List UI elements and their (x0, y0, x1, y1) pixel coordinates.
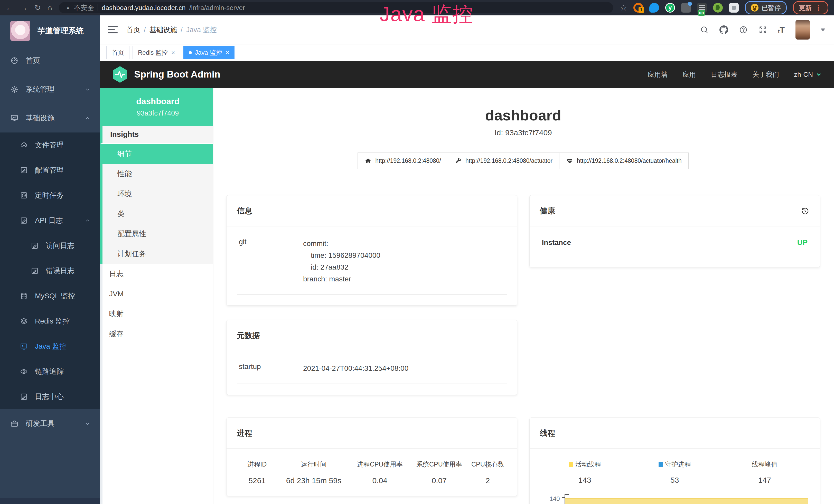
browser-update-button[interactable]: 更新 ⋮ (793, 1, 828, 15)
chevron-down-icon (84, 420, 91, 427)
breadcrumb-infrastructure[interactable]: 基础设施 (150, 25, 177, 35)
sidebar-item-label: 日志中心 (35, 392, 64, 402)
sidebar-item-java-monitor[interactable]: Java 监控 (0, 334, 100, 359)
sba-menu-details[interactable]: 细节 (103, 144, 213, 164)
browser-extensions-area: ☆ 1 y on 已暂停 更新 ⋮ (620, 1, 828, 15)
github-icon[interactable] (720, 25, 728, 34)
sba-menu-scheduled-tasks[interactable]: 计划任务 (103, 244, 213, 264)
process-header-process-cpu: 进程CPU使用率 (350, 460, 410, 468)
git-commit-line: commit: (303, 238, 380, 250)
not-secure-label: 不安全 (74, 3, 94, 12)
sidebar-item-log-center[interactable]: 日志中心 (0, 384, 100, 409)
sidebar-item-redis-monitor[interactable]: Redis 监控 (0, 308, 100, 334)
spring-boot-admin-frame: Spring Boot Admin 应用墙 应用 日志报表 关于我们 zh-CN (100, 61, 834, 504)
font-size-icon[interactable]: tT (778, 26, 785, 34)
sba-menu-jvm[interactable]: JVM (103, 284, 213, 304)
instance-health-link[interactable]: http://192.168.0.2:48080/actuator/health (559, 153, 688, 169)
tab-label: Redis 监控 (138, 48, 168, 57)
tab-paused-badge[interactable]: 已暂停 (745, 1, 787, 15)
address-bar[interactable]: ▲ 不安全 dashboard.yudao.iocoder.cn/infra/a… (59, 2, 613, 13)
instance-home-url: http://192.168.0.2:48080/ (375, 157, 441, 164)
tab-redis-monitor[interactable]: Redis 监控 × (133, 46, 180, 59)
breadcrumb-current: Java 监控 (186, 25, 217, 35)
sba-brand-title: Spring Boot Admin (134, 69, 220, 80)
metadata-startup-key: startup (239, 363, 303, 371)
sidebar-item-trace[interactable]: 链路追踪 (0, 359, 100, 384)
help-icon[interactable] (739, 25, 748, 34)
sba-menu-logs[interactable]: 日志 (103, 264, 213, 284)
sidebar-item-mysql-monitor[interactable]: MySQL 监控 (0, 283, 100, 308)
search-icon[interactable] (700, 25, 709, 34)
chevron-down-icon (84, 86, 91, 93)
breadcrumb-home[interactable]: 首页 (126, 25, 140, 35)
extension-icon-grid[interactable] (681, 3, 691, 13)
legend-live-threads-value: 143 (540, 476, 630, 484)
process-value-pid: 5261 (237, 476, 278, 485)
sba-root-menu: 日志 JVM 映射 缓存 (100, 264, 213, 504)
sidebar-item-infrastructure[interactable]: 基础设施 (0, 104, 100, 133)
sba-menu-performance[interactable]: 性能 (103, 164, 213, 184)
extensions-puzzle-icon[interactable] (729, 3, 739, 13)
fullscreen-icon[interactable] (759, 25, 767, 34)
breadcrumb-separator: / (144, 26, 146, 34)
sba-nav-applications[interactable]: 应用 (682, 70, 696, 79)
browser-back-icon[interactable]: ← (6, 4, 13, 12)
tab-java-monitor[interactable]: Java 监控 × (183, 46, 235, 59)
threads-legend: 活动线程 143 守护进程 (540, 460, 810, 484)
sba-menu-environment[interactable]: 环境 (103, 184, 213, 204)
extension-icon-switch[interactable]: on (697, 3, 707, 13)
sidebar-item-error-logs[interactable]: 错误日志 (0, 258, 100, 283)
tab-home[interactable]: 首页 (106, 46, 129, 59)
sba-insights-menu: 细节 性能 环境 类 配置属性 计划任务 (100, 144, 213, 264)
sba-language-select[interactable]: zh-CN (794, 71, 822, 78)
close-icon[interactable]: × (225, 49, 229, 56)
sidebar-item-system-management[interactable]: 系统管理 (0, 75, 100, 104)
extension-icon-orange[interactable]: 1 (633, 3, 643, 13)
instance-page-head: dashboard Id: 93a3fc7f7409 (226, 108, 820, 137)
user-avatar[interactable] (795, 20, 810, 40)
sba-menu-caches[interactable]: 缓存 (103, 324, 213, 344)
sba-menu-section-insights: Insights (100, 126, 213, 144)
log-edit-icon (31, 242, 39, 250)
browser-forward-icon[interactable]: → (20, 4, 28, 12)
instance-home-link[interactable]: http://192.168.0.2:48080/ (357, 153, 448, 169)
extension-icon-blue-pin[interactable] (649, 3, 659, 13)
browser-home-icon[interactable]: ⌂ (47, 4, 52, 12)
close-icon[interactable]: × (171, 49, 175, 56)
sba-nav-journal[interactable]: 日志报表 (711, 70, 738, 79)
sidebar-item-dev-tools[interactable]: 研发工具 (0, 409, 100, 438)
sidebar-item-scheduled-tasks[interactable]: 定时任务 (0, 183, 100, 208)
sidebar-item-label: 系统管理 (26, 85, 54, 94)
extension-icon-green-y[interactable]: y (665, 3, 675, 13)
sidebar-item-access-logs[interactable]: 访问日志 (0, 233, 100, 258)
legend-yellow-swatch-icon (569, 462, 573, 467)
health-history-icon[interactable] (800, 206, 810, 216)
active-tab-dot (189, 51, 192, 54)
sidebar-collapse-icon[interactable] (108, 26, 118, 33)
sba-nav-wallboard[interactable]: 应用墙 (648, 70, 667, 79)
sba-menu-mappings[interactable]: 映射 (103, 304, 213, 324)
sidebar-item-file-management[interactable]: 文件管理 (0, 133, 100, 158)
info-card-title: 信息 (226, 196, 517, 226)
threads-area-series (565, 498, 808, 504)
update-label: 更新 (799, 4, 812, 12)
sidebar-item-api-logs[interactable]: API 日志 (0, 208, 100, 233)
browser-reload-icon[interactable]: ↻ (35, 4, 41, 12)
sba-menu-config-properties[interactable]: 配置属性 (103, 224, 213, 244)
legend-daemon-threads-value: 53 (630, 476, 720, 484)
git-time-line: time: 1596289704000 (303, 250, 380, 261)
chevron-down-icon (815, 71, 822, 78)
sidebar-item-home[interactable]: 首页 (0, 46, 100, 75)
browser-menu-dots-icon[interactable]: ⋮ (815, 3, 822, 12)
bookmark-star-icon[interactable]: ☆ (620, 3, 627, 13)
process-header-system-cpu: 系统CPU使用率 (410, 460, 469, 468)
extension-icon-green-leaf[interactable] (713, 3, 723, 13)
sba-instance-header[interactable]: dashboard 93a3fc7f7409 (100, 88, 213, 126)
health-card: 健康 Instance UP (529, 195, 820, 267)
user-menu-caret-icon[interactable] (821, 28, 825, 31)
sba-language-value: zh-CN (794, 71, 813, 78)
instance-actuator-link[interactable]: http://192.168.0.2:48080/actuator (448, 153, 559, 169)
sba-menu-classes[interactable]: 类 (103, 204, 213, 224)
sidebar-item-config-management[interactable]: 配置管理 (0, 158, 100, 183)
sba-nav-about[interactable]: 关于我们 (752, 70, 779, 79)
